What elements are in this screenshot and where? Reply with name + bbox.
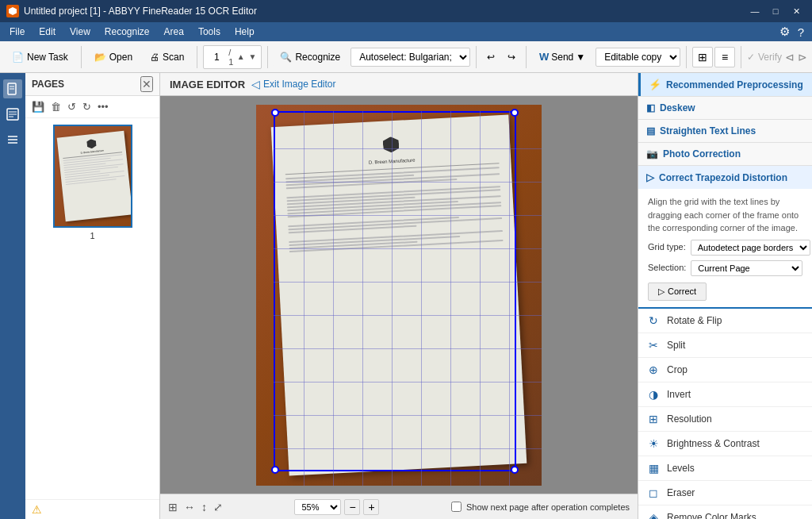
panel-item-invert[interactable]: ◑ Invert <box>638 383 812 407</box>
send-button[interactable]: W Send ▼ <box>532 47 592 67</box>
next-error-button[interactable]: ⊳ <box>798 51 807 63</box>
straighten-header[interactable]: ▤ Straighten Text Lines <box>638 120 812 142</box>
grid-type-select[interactable]: Autodetect page borders <box>691 240 810 256</box>
list-view-icon[interactable] <box>3 130 22 149</box>
recognize-button[interactable]: 🔍 Recognize <box>273 48 347 67</box>
image-canvas: D. Breen Manufacture <box>160 96 638 494</box>
grid-horizontal-lines <box>256 105 542 486</box>
correct-button[interactable]: ▷ Correct <box>648 283 707 301</box>
toolbar-separator-2 <box>197 46 197 68</box>
image-editor-title: IMAGE EDITOR <box>170 79 245 90</box>
corner-handle-br[interactable] <box>511 466 519 474</box>
scan-button[interactable]: 🖨 Scan <box>143 48 191 67</box>
page-prev-button[interactable]: ▲ <box>236 52 246 62</box>
panel-item-brightness[interactable]: ☀ Brightness & Contrast <box>638 432 812 456</box>
left-sidebar <box>0 73 25 519</box>
language-select[interactable]: Autoselect: Bulgarian; <box>350 48 470 67</box>
footer-expand-button[interactable]: ↔ <box>184 501 195 513</box>
menu-area[interactable]: Area <box>158 25 190 39</box>
zoom-control: 55% 25% 50% 75% 100% − + <box>294 499 379 515</box>
new-task-button[interactable]: 📄 New Task <box>5 48 75 67</box>
pages-view-icon[interactable] <box>3 79 22 98</box>
footer-align-button[interactable]: ⊞ <box>168 501 178 513</box>
trapezoid-header[interactable]: ▷ Correct Trapezoid Distortion <box>638 166 812 189</box>
panel-item-color-marks[interactable]: ◈ Remove Color Marks <box>638 506 812 520</box>
page-next-button[interactable]: ▼ <box>248 52 258 62</box>
view-list-button[interactable]: ≡ <box>714 47 735 67</box>
menu-help[interactable]: Help <box>228 25 261 39</box>
prev-error-button[interactable]: ⊲ <box>785 51 795 63</box>
menu-edit[interactable]: Edit <box>33 25 62 39</box>
page-thumbnail[interactable]: D. Breen Manufacture <box>32 125 153 240</box>
open-button[interactable]: 📂 Open <box>87 48 140 67</box>
blue-frame <box>274 111 516 471</box>
crop-icon: ⊕ <box>646 363 661 376</box>
undo-button[interactable]: ↩ <box>482 48 500 67</box>
pages-panel-title: PAGES <box>32 79 140 90</box>
panel-item-crop[interactable]: ⊕ Crop <box>638 358 812 383</box>
corner-handle-tr[interactable] <box>511 109 519 117</box>
correct-icon: ▷ <box>658 286 665 297</box>
selection-select[interactable]: Current Page <box>691 260 802 276</box>
rotate-page-right-button[interactable]: ↻ <box>81 99 93 114</box>
brightness-icon: ☀ <box>646 437 661 450</box>
split-icon: ✂ <box>646 339 661 352</box>
crop-label: Crop <box>667 364 688 375</box>
pages-toolbar: 💾 🗑 ↺ ↻ ••• <box>25 96 159 118</box>
levels-icon: ▦ <box>646 462 661 475</box>
document-photo: D. Breen Manufacture <box>256 105 542 486</box>
view-grid-button[interactable]: ⊞ <box>692 47 713 67</box>
grid-type-label: Grid type: <box>648 240 686 254</box>
more-pages-options[interactable]: ••• <box>96 99 110 114</box>
close-button[interactable]: ✕ <box>787 4 806 18</box>
menu-recognize[interactable]: Recognize <box>98 25 156 39</box>
panel-item-rotate[interactable]: ↻ Rotate & Flip <box>638 309 812 333</box>
settings-icon[interactable]: ⚙ <box>779 25 790 39</box>
pages-bottom: ⚠ <box>25 499 159 519</box>
panel-item-split[interactable]: ✂ Split <box>638 333 812 358</box>
photo-label: Photo Correction <box>663 148 741 160</box>
text-view-icon[interactable] <box>3 105 22 124</box>
save-pages-button[interactable]: 💾 <box>30 99 46 114</box>
zoom-out-button[interactable]: − <box>344 499 360 515</box>
footer-fit-button[interactable]: ⤢ <box>213 501 223 513</box>
minimize-button[interactable]: — <box>745 4 764 18</box>
deskew-header[interactable]: ◧ Deskew <box>638 97 812 119</box>
grid-type-row: Grid type: Autodetect page borders <box>648 240 802 256</box>
back-arrow-icon: ◁ <box>251 78 260 90</box>
photo-header[interactable]: 📷 Photo Correction <box>638 143 812 165</box>
show-next-checkbox[interactable] <box>451 502 462 512</box>
corner-handle-bl[interactable] <box>271 466 279 474</box>
panel-section-straighten: ▤ Straighten Text Lines <box>638 120 812 143</box>
photo-icon: 📷 <box>646 148 658 160</box>
delete-page-button[interactable]: 🗑 <box>49 99 63 114</box>
footer-height-button[interactable]: ↕ <box>201 501 207 513</box>
page-number-label: 1 <box>90 231 94 240</box>
word-icon: W <box>539 51 549 63</box>
page-number-input[interactable]: 1 <box>207 52 226 63</box>
redo-button[interactable]: ↪ <box>503 48 520 67</box>
levels-label: Levels <box>667 463 695 474</box>
panel-item-resolution[interactable]: ⊞ Resolution <box>638 407 812 432</box>
maximize-button[interactable]: □ <box>766 4 785 18</box>
verify-area: ✓ Verify ⊲ ⊳ <box>747 51 807 63</box>
rotate-page-left-button[interactable]: ↺ <box>66 99 78 114</box>
panel-item-eraser[interactable]: ◻ Eraser <box>638 481 812 506</box>
recommended-label: Recommended Preprocessing <box>666 79 803 90</box>
menu-file[interactable]: File <box>3 25 31 39</box>
zoom-select[interactable]: 55% 25% 50% 75% 100% <box>294 499 341 515</box>
deskew-label: Deskew <box>660 102 695 113</box>
pages-panel-close[interactable]: ✕ <box>140 76 153 92</box>
help-icon[interactable]: ? <box>798 25 804 39</box>
corner-handle-tl[interactable] <box>271 109 279 117</box>
menu-view[interactable]: View <box>63 25 97 39</box>
exit-image-editor-button[interactable]: ◁ Exit Image Editor <box>251 78 335 90</box>
panel-item-levels[interactable]: ▦ Levels <box>638 456 812 481</box>
eraser-icon: ◻ <box>646 486 661 499</box>
toolbar-separator-4 <box>476 46 477 68</box>
menu-tools[interactable]: Tools <box>192 25 227 39</box>
recommended-header[interactable]: ⚡ Recommended Preprocessing <box>638 73 812 96</box>
zoom-in-button[interactable]: + <box>363 499 379 515</box>
eraser-label: Eraser <box>667 487 695 498</box>
output-select[interactable]: Editable copy <box>596 48 680 67</box>
